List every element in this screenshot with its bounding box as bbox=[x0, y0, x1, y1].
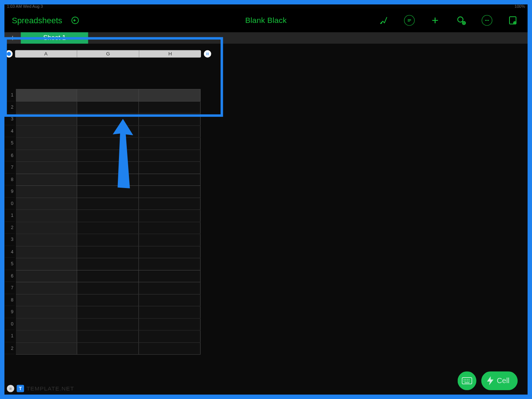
table-row[interactable] bbox=[16, 318, 201, 331]
row-headers[interactable]: 1234567890123456789012 bbox=[5, 89, 15, 389]
cell[interactable] bbox=[16, 186, 77, 198]
cell[interactable] bbox=[77, 258, 139, 270]
cell[interactable] bbox=[77, 331, 139, 342]
cell[interactable] bbox=[139, 174, 201, 185]
table-row[interactable] bbox=[16, 102, 201, 114]
row-header[interactable]: 0 bbox=[5, 318, 15, 330]
cell[interactable] bbox=[77, 102, 139, 113]
cell[interactable] bbox=[77, 210, 139, 222]
cell[interactable] bbox=[16, 234, 77, 246]
format-icon[interactable] bbox=[404, 15, 415, 26]
cell[interactable] bbox=[16, 162, 77, 174]
cell[interactable] bbox=[16, 210, 77, 222]
cell[interactable] bbox=[16, 102, 77, 113]
table-row[interactable] bbox=[16, 150, 201, 162]
cell[interactable] bbox=[139, 306, 201, 318]
cell[interactable] bbox=[139, 150, 201, 161]
cell[interactable] bbox=[139, 222, 201, 234]
table-row[interactable] bbox=[16, 282, 201, 294]
column-header-g[interactable]: G bbox=[77, 50, 139, 58]
row-header[interactable]: 7 bbox=[5, 161, 15, 174]
cell[interactable] bbox=[16, 222, 77, 234]
row-header[interactable]: 2 bbox=[5, 342, 15, 354]
cell[interactable] bbox=[139, 186, 201, 198]
cell[interactable] bbox=[16, 306, 77, 318]
cell[interactable] bbox=[16, 198, 77, 210]
plus-icon[interactable] bbox=[429, 15, 441, 26]
cell[interactable] bbox=[77, 150, 139, 161]
cell[interactable] bbox=[16, 342, 77, 354]
table-row[interactable] bbox=[16, 186, 201, 198]
cell[interactable] bbox=[139, 210, 201, 222]
row-header[interactable]: 6 bbox=[5, 149, 15, 161]
cell[interactable] bbox=[139, 234, 201, 246]
cell[interactable] bbox=[77, 126, 139, 137]
table-row[interactable] bbox=[16, 89, 201, 102]
keyboard-button[interactable] bbox=[458, 371, 477, 390]
row-header[interactable]: 3 bbox=[5, 113, 15, 125]
row-header[interactable]: 5 bbox=[5, 258, 15, 270]
cell[interactable] bbox=[139, 270, 201, 282]
table-row[interactable] bbox=[16, 138, 201, 150]
formula-icon[interactable]: = bbox=[7, 385, 14, 392]
row-header[interactable]: 6 bbox=[5, 270, 15, 282]
cell[interactable] bbox=[77, 282, 139, 294]
cell[interactable] bbox=[16, 331, 77, 342]
cell[interactable] bbox=[16, 150, 77, 161]
table-row[interactable] bbox=[16, 246, 201, 258]
row-header[interactable]: 7 bbox=[5, 282, 15, 294]
row-header[interactable]: 3 bbox=[5, 233, 15, 246]
row-header[interactable]: 2 bbox=[5, 101, 15, 113]
save-icon[interactable] bbox=[507, 15, 518, 26]
table-row[interactable] bbox=[16, 306, 201, 318]
table-row[interactable] bbox=[16, 162, 201, 174]
table-row[interactable] bbox=[16, 126, 201, 138]
cell[interactable] bbox=[139, 198, 201, 210]
cell[interactable] bbox=[77, 234, 139, 246]
add-sheet-button[interactable] bbox=[4, 32, 21, 44]
table-row[interactable] bbox=[16, 258, 201, 270]
table-row[interactable] bbox=[16, 174, 201, 186]
column-add-handle[interactable] bbox=[204, 50, 211, 58]
cell[interactable] bbox=[77, 294, 139, 306]
undo-icon[interactable] bbox=[69, 15, 81, 26]
cell[interactable] bbox=[139, 113, 201, 125]
cells[interactable] bbox=[16, 89, 201, 389]
table-row[interactable] bbox=[16, 210, 201, 222]
cell[interactable] bbox=[139, 294, 201, 306]
cell[interactable] bbox=[139, 102, 201, 113]
row-header[interactable]: 8 bbox=[5, 173, 15, 185]
cell[interactable] bbox=[77, 89, 139, 101]
row-header[interactable]: 4 bbox=[5, 246, 15, 258]
back-button[interactable]: Spreadsheets bbox=[12, 16, 62, 25]
cell[interactable] bbox=[77, 318, 139, 330]
brush-icon[interactable] bbox=[378, 15, 389, 26]
column-headers[interactable]: A G H bbox=[15, 50, 201, 58]
cell[interactable] bbox=[16, 246, 77, 258]
cell[interactable] bbox=[77, 306, 139, 318]
cell-button[interactable]: Cell bbox=[481, 371, 518, 390]
cell[interactable] bbox=[77, 186, 139, 198]
cell[interactable] bbox=[16, 282, 77, 294]
row-header[interactable]: 0 bbox=[5, 198, 15, 210]
row-header[interactable]: 5 bbox=[5, 137, 15, 149]
cell[interactable] bbox=[139, 162, 201, 174]
cell[interactable] bbox=[77, 342, 139, 354]
table-row[interactable] bbox=[16, 331, 201, 343]
cell[interactable] bbox=[16, 294, 77, 306]
table-row[interactable] bbox=[16, 198, 201, 210]
cell[interactable] bbox=[16, 126, 77, 137]
select-all-handle[interactable] bbox=[5, 50, 13, 58]
row-header[interactable]: 2 bbox=[5, 222, 15, 234]
row-header[interactable]: 9 bbox=[5, 185, 15, 198]
cell[interactable] bbox=[139, 318, 201, 330]
cell[interactable] bbox=[77, 222, 139, 234]
tab-sheet-1[interactable]: Sheet 1 bbox=[21, 32, 88, 44]
cell[interactable] bbox=[77, 270, 139, 282]
cell[interactable] bbox=[139, 282, 201, 294]
cell[interactable] bbox=[16, 270, 77, 282]
more-icon[interactable] bbox=[482, 15, 492, 26]
column-header-h[interactable]: H bbox=[139, 50, 201, 58]
table-row[interactable] bbox=[16, 234, 201, 246]
cell[interactable] bbox=[16, 113, 77, 125]
